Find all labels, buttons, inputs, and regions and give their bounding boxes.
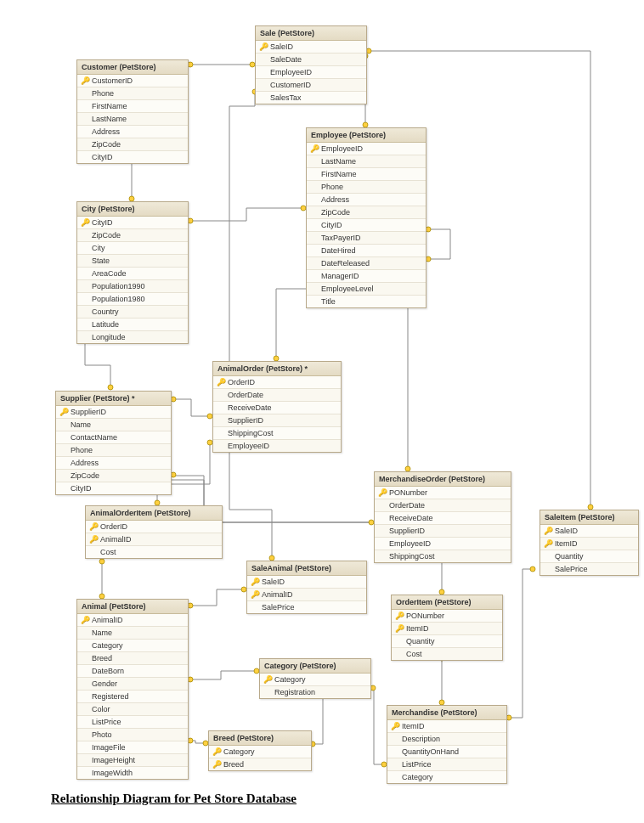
column-saleitem-saleprice[interactable]: SalePrice <box>540 563 638 575</box>
table-header-supplier[interactable]: Supplier (PetStore) * <box>56 392 171 406</box>
table-merchandiseorder[interactable]: MerchandiseOrder (PetStore)🔑PONumberOrde… <box>374 471 511 563</box>
table-header-merchandiseorder[interactable]: MerchandiseOrder (PetStore) <box>375 472 511 487</box>
column-merchandise-listprice[interactable]: ListPrice <box>387 758 506 771</box>
column-merchandiseorder-orderdate[interactable]: OrderDate <box>375 499 511 512</box>
column-animal-gender[interactable]: Gender <box>77 678 188 691</box>
column-customer-customerid[interactable]: 🔑CustomerID <box>77 75 188 87</box>
column-merchandiseorder-employeeid[interactable]: EmployeeID <box>375 538 511 550</box>
column-sale-saleid[interactable]: 🔑SaleID <box>256 41 366 54</box>
column-saleitem-itemid[interactable]: 🔑ItemID <box>540 538 638 550</box>
column-customer-address[interactable]: Address <box>77 126 188 138</box>
table-supplier[interactable]: Supplier (PetStore) *🔑SupplierIDNameCont… <box>55 391 172 495</box>
column-sale-customerid[interactable]: CustomerID <box>256 79 366 92</box>
column-supplier-address[interactable]: Address <box>56 457 171 470</box>
column-animalorder-supplierid[interactable]: SupplierID <box>213 414 341 427</box>
table-saleitem[interactable]: SaleItem (PetStore)🔑SaleID🔑ItemIDQuantit… <box>539 510 639 576</box>
column-supplier-phone[interactable]: Phone <box>56 444 171 457</box>
table-animalorder[interactable]: AnimalOrder (PetStore) *🔑OrderIDOrderDat… <box>212 361 342 453</box>
column-city-population1990[interactable]: Population1990 <box>77 280 188 293</box>
column-animalorderitem-cost[interactable]: Cost <box>86 546 222 558</box>
column-category-category[interactable]: 🔑Category <box>260 674 370 686</box>
table-header-category[interactable]: Category (PetStore) <box>260 659 370 674</box>
column-category-registration[interactable]: Registration <box>260 686 370 698</box>
column-supplier-name[interactable]: Name <box>56 419 171 431</box>
column-employee-managerid[interactable]: ManagerID <box>307 270 426 283</box>
column-merchandise-itemid[interactable]: 🔑ItemID <box>387 720 506 733</box>
table-orderitem[interactable]: OrderItem (PetStore)🔑PONumber🔑ItemIDQuan… <box>391 595 503 661</box>
column-merchandiseorder-supplierid[interactable]: SupplierID <box>375 525 511 538</box>
column-breed-breed[interactable]: 🔑Breed <box>209 758 311 770</box>
column-customer-cityid[interactable]: CityID <box>77 151 188 163</box>
column-city-longitude[interactable]: Longitude <box>77 331 188 343</box>
column-employee-datehired[interactable]: DateHired <box>307 245 426 257</box>
table-animalorderitem[interactable]: AnimalOrderItem (PetStore)🔑OrderID🔑Anima… <box>85 505 223 559</box>
column-merchandiseorder-ponumber[interactable]: 🔑PONumber <box>375 487 511 499</box>
column-employee-address[interactable]: Address <box>307 194 426 206</box>
column-animal-photo[interactable]: Photo <box>77 729 188 741</box>
column-animal-listprice[interactable]: ListPrice <box>77 716 188 729</box>
column-merchandise-description[interactable]: Description <box>387 733 506 746</box>
column-animal-registered[interactable]: Registered <box>77 691 188 703</box>
table-header-animalorderitem[interactable]: AnimalOrderItem (PetStore) <box>86 506 222 521</box>
column-orderitem-cost[interactable]: Cost <box>392 648 502 660</box>
table-header-sale[interactable]: Sale (PetStore) <box>256 26 366 41</box>
table-header-breed[interactable]: Breed (PetStore) <box>209 731 311 746</box>
table-header-merchandise[interactable]: Merchandise (PetStore) <box>387 706 506 720</box>
column-animal-breed[interactable]: Breed <box>77 652 188 665</box>
column-animal-dateborn[interactable]: DateBorn <box>77 665 188 678</box>
column-supplier-supplierid[interactable]: 🔑SupplierID <box>56 406 171 419</box>
column-saleanimal-saleprice[interactable]: SalePrice <box>247 601 366 613</box>
column-saleanimal-saleid[interactable]: 🔑SaleID <box>247 576 366 589</box>
table-breed[interactable]: Breed (PetStore)🔑Category🔑Breed <box>208 730 312 771</box>
column-supplier-cityid[interactable]: CityID <box>56 482 171 494</box>
table-category[interactable]: Category (PetStore)🔑CategoryRegistration <box>259 658 371 699</box>
column-employee-zipcode[interactable]: ZipCode <box>307 206 426 219</box>
column-employee-employeelevel[interactable]: EmployeeLevel <box>307 283 426 296</box>
column-sale-saledate[interactable]: SaleDate <box>256 54 366 66</box>
table-saleanimal[interactable]: SaleAnimal (PetStore)🔑SaleID🔑AnimalIDSal… <box>246 561 367 614</box>
column-employee-employeeid[interactable]: 🔑EmployeeID <box>307 143 426 155</box>
column-employee-datereleased[interactable]: DateReleased <box>307 257 426 270</box>
column-animal-category[interactable]: Category <box>77 640 188 652</box>
column-merchandiseorder-shippingcost[interactable]: ShippingCost <box>375 550 511 562</box>
column-animal-animalid[interactable]: 🔑AnimalID <box>77 614 188 627</box>
column-orderitem-itemid[interactable]: 🔑ItemID <box>392 623 502 635</box>
column-orderitem-quantity[interactable]: Quantity <box>392 635 502 648</box>
column-animal-imageheight[interactable]: ImageHeight <box>77 754 188 767</box>
column-city-population1980[interactable]: Population1980 <box>77 293 188 306</box>
table-header-employee[interactable]: Employee (PetStore) <box>307 128 426 143</box>
column-sale-employeeid[interactable]: EmployeeID <box>256 66 366 79</box>
column-city-city[interactable]: City <box>77 242 188 255</box>
table-merchandise[interactable]: Merchandise (PetStore)🔑ItemIDDescription… <box>387 705 507 784</box>
column-saleitem-quantity[interactable]: Quantity <box>540 550 638 563</box>
column-employee-firstname[interactable]: FirstName <box>307 168 426 181</box>
column-supplier-contactname[interactable]: ContactName <box>56 431 171 444</box>
column-animalorderitem-orderid[interactable]: 🔑OrderID <box>86 521 222 533</box>
table-header-city[interactable]: City (PetStore) <box>77 202 188 217</box>
table-customer[interactable]: Customer (PetStore)🔑CustomerIDPhoneFirst… <box>76 59 189 164</box>
column-animalorderitem-animalid[interactable]: 🔑AnimalID <box>86 533 222 546</box>
column-animal-imagefile[interactable]: ImageFile <box>77 741 188 754</box>
column-merchandise-category[interactable]: Category <box>387 771 506 783</box>
column-merchandiseorder-receivedate[interactable]: ReceiveDate <box>375 512 511 525</box>
table-header-saleitem[interactable]: SaleItem (PetStore) <box>540 510 638 525</box>
column-customer-lastname[interactable]: LastName <box>77 113 188 126</box>
column-animalorder-shippingcost[interactable]: ShippingCost <box>213 427 341 440</box>
table-employee[interactable]: Employee (PetStore)🔑EmployeeIDLastNameFi… <box>306 127 427 308</box>
table-city[interactable]: City (PetStore)🔑CityIDZipCodeCityStateAr… <box>76 201 189 344</box>
column-animalorder-receivedate[interactable]: ReceiveDate <box>213 402 341 414</box>
column-city-state[interactable]: State <box>77 255 188 268</box>
column-animalorder-employeeid[interactable]: EmployeeID <box>213 440 341 452</box>
table-animal[interactable]: Animal (PetStore)🔑AnimalIDNameCategoryBr… <box>76 599 189 780</box>
column-animalorder-orderdate[interactable]: OrderDate <box>213 389 341 402</box>
table-sale[interactable]: Sale (PetStore)🔑SaleIDSaleDateEmployeeID… <box>255 25 367 104</box>
column-animalorder-orderid[interactable]: 🔑OrderID <box>213 376 341 389</box>
column-customer-firstname[interactable]: FirstName <box>77 100 188 113</box>
column-employee-title[interactable]: Title <box>307 296 426 307</box>
column-employee-cityid[interactable]: CityID <box>307 219 426 232</box>
column-animal-imagewidth[interactable]: ImageWidth <box>77 767 188 779</box>
column-animal-name[interactable]: Name <box>77 627 188 640</box>
table-header-animal[interactable]: Animal (PetStore) <box>77 600 188 614</box>
table-header-customer[interactable]: Customer (PetStore) <box>77 60 188 75</box>
table-header-orderitem[interactable]: OrderItem (PetStore) <box>392 595 502 610</box>
